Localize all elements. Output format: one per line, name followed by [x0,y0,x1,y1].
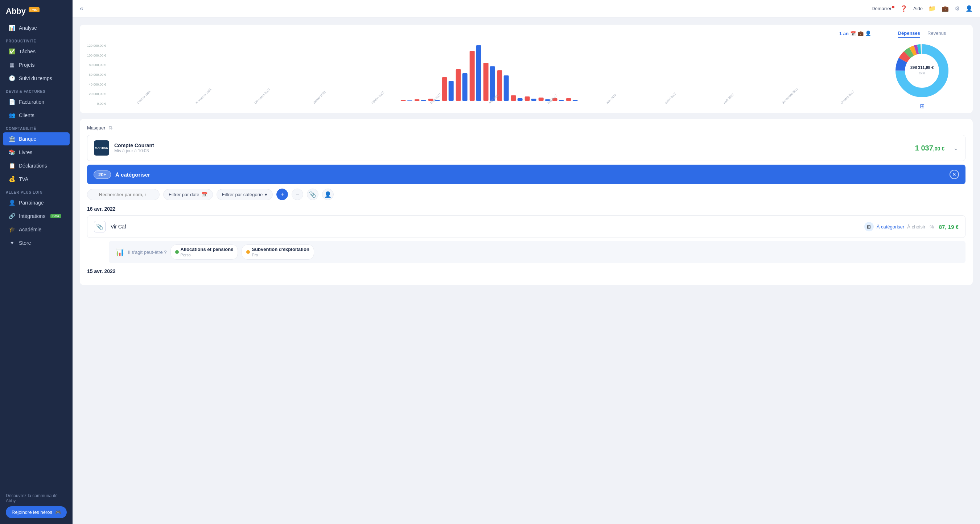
transaction-amount: 87, 19 € [939,224,959,230]
sidebar-section-productivité: PRODUCTIVITÉ [0,35,73,44]
briefcase-icon[interactable]: 💼 [942,5,949,12]
sidebar-icon-store: ✦ [9,240,15,246]
svg-rect-13 [490,67,495,101]
donut-legend: ⊞ [920,103,924,110]
sidebar-item-facturation[interactable]: 📄 Facturation [3,95,70,108]
banking-section: Masquer ⇅ MARTINE Compte Courant Mis à j… [80,119,973,285]
sidebar-label-projets: Projets [19,62,35,68]
filter-date-button[interactable]: Filtrer par date 📅 [163,189,213,200]
start-button[interactable]: Démarrer [872,6,894,11]
sidebar-label-livres: Livres [19,149,32,155]
date-group-2: 15 avr. 2022 [87,268,966,274]
help-button[interactable]: ❓ [900,5,907,12]
add-filter-button[interactable]: + [276,189,288,200]
category-count-badge: 20+ [94,170,111,179]
sidebar-item-projets[interactable]: ▦ Projets [3,59,70,71]
svg-rect-16 [511,95,516,101]
donut-tabs: Dépenses Revenus [878,30,966,38]
sidebar-label-facturation: Facturation [19,99,44,105]
category-label[interactable]: À catégoriser [877,224,905,230]
sidebar-item-livres[interactable]: 📚 Livres [3,146,70,159]
user-avatar[interactable]: 👤 [966,5,973,12]
help-label[interactable]: Aide [913,6,923,11]
account-balance: 1 037,00 € [915,144,945,152]
svg-rect-8 [455,69,461,101]
search-input[interactable] [87,189,159,200]
svg-rect-25 [572,100,578,101]
tab-revenus[interactable]: Revenus [928,30,946,38]
minus-filter-button[interactable]: − [292,189,303,200]
suggestion-tag-2[interactable]: Subvention d'exploitationPro [242,245,314,260]
percent-icon: % [929,224,934,230]
balance-cents: ,00 € [933,146,945,152]
sidebar-item-parrainage[interactable]: 👤 Parrainage [3,196,70,209]
document-icon[interactable]: 📁 [929,5,936,12]
svg-rect-10 [469,51,474,101]
choose-label[interactable]: À choisir [907,224,925,230]
sidebar-icon-facturation: 📄 [9,98,15,105]
calendar-icon: 📅 [850,31,856,36]
period-label: 1 an [839,31,849,36]
chevron-down-icon: ▾ [265,192,267,197]
user-filter-button[interactable]: 👤 [322,189,334,200]
grid-icon: ⊞ [920,103,924,110]
settings-icon[interactable]: ⚙ [955,5,960,12]
sidebar-item-integrations[interactable]: 🔗 Intégrations Beta [3,210,70,223]
transaction-row: 📎 Vir Caf ⊞ À catégoriser À choisir % 87… [87,215,966,238]
sidebar-icon-clients: 👥 [9,112,15,119]
filter-category-button[interactable]: Filtrer par catégorie ▾ [216,189,273,200]
filters-row: 🔍 Filtrer par date 📅 Filtrer par catégor… [87,189,966,200]
bar-chart-container: 120 000,00 € 100 000,00 € 80 000,00 € 60… [87,39,871,106]
date-label-2: 15 avr. 2022 [87,268,966,274]
sidebar-label-store: Store [19,240,31,246]
svg-rect-3 [421,100,426,101]
sidebar-item-analyse[interactable]: 📊 Analyse [3,21,70,35]
svg-rect-24 [566,98,571,101]
svg-rect-15 [503,75,509,101]
suggestion-tag-1[interactable]: Allocations et pensionsPerso [170,245,238,260]
minus-icon: − [296,191,299,198]
sidebar-item-suivi[interactable]: 🕐 Suivi du temps [3,72,70,85]
sidebar-item-academie[interactable]: 🎓 Académie [3,223,70,236]
logo-area: Abby PRO [0,0,73,21]
sidebar-label-integrations: Intégrations [19,213,45,219]
category-icon: ⊞ [864,222,874,231]
category-banner-close[interactable]: ✕ [950,170,959,179]
account-expand-icon[interactable]: ⌄ [953,144,959,152]
sidebar-bottom: Découvrez la communauté Abby Rejoindre l… [0,487,73,524]
sidebar-item-taches[interactable]: ✅ Tâches [3,45,70,58]
join-label: Rejoindre les héros [12,510,52,515]
sidebar-nav: 📊 Analyse PRODUCTIVITÉ✅ Tâches ▦ Projets… [0,21,73,250]
svg-rect-9 [462,73,467,101]
paperclip-icon: 📎 [309,191,316,198]
sidebar-item-clients[interactable]: 👥 Clients [3,109,70,122]
bar-chart-icon: 📊 [115,248,124,256]
attach-filter-button[interactable]: 📎 [307,189,318,200]
sidebar-item-tva[interactable]: 💰 TVA [3,173,70,186]
account-card: MARTINE Compte Courant Mis à jour à 10:0… [87,135,966,161]
chart-controls: 1 an 📅 💼 👤 [87,30,871,36]
svg-rect-18 [525,97,530,101]
sidebar-section-aller-plus-loin: ALLER PLUS LOIN [0,186,73,196]
svg-rect-19 [531,98,536,101]
attachment-icon[interactable]: 📎 [94,221,105,232]
sidebar-icon-analyse: 📊 [9,25,15,31]
tag-label-1: Allocations et pensionsPerso [181,246,234,257]
sidebar-item-declarations[interactable]: 📋 Déclarations [3,159,70,172]
sidebar-item-store[interactable]: ✦ Store [3,237,70,249]
plus-icon: + [281,191,284,198]
sidebar-item-banque[interactable]: 🏦 Banque [3,132,70,145]
svg-rect-11 [476,45,481,101]
chart-bars-wrap: Octobre 2021Novembre 2021Décembre 2021Ja… [109,39,871,106]
collapse-button[interactable]: « [80,5,83,12]
join-heroes-button[interactable]: Rejoindre les héros 🎮 [6,506,67,518]
masquer-bar: Masquer ⇅ [87,125,966,130]
filter-category-label: Filtrer par catégorie [222,192,263,197]
masquer-button[interactable]: Masquer [87,125,105,130]
y-axis: 120 000,00 € 100 000,00 € 80 000,00 € 60… [87,44,108,106]
sidebar-section-comptabilité: COMPTABILITÉ [0,122,73,132]
period-button[interactable]: 1 an 📅 💼 👤 [839,30,871,36]
sidebar-label-suivi: Suivi du temps [19,75,52,81]
sidebar-label-clients: Clients [19,113,35,118]
tab-depenses[interactable]: Dépenses [898,30,920,38]
